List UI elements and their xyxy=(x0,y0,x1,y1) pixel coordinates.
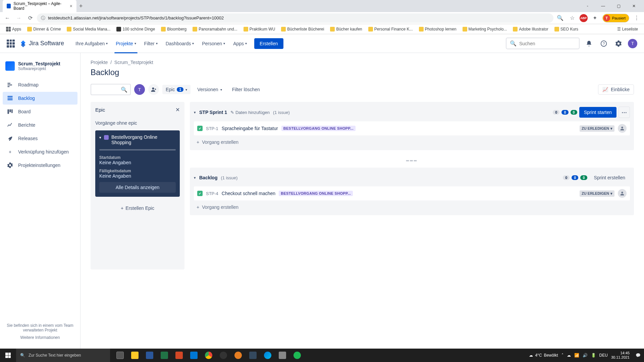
settings-icon[interactable] xyxy=(613,38,624,49)
address-bar[interactable]: ⓘ testdeutsch1.atlassian.net/jira/softwa… xyxy=(37,13,553,23)
volume-icon[interactable]: 🔊 xyxy=(583,353,588,358)
help-icon[interactable]: ? xyxy=(598,38,609,49)
chevron-down-icon[interactable]: ▾ xyxy=(194,176,196,180)
create-sprint-button[interactable]: Sprint erstellen xyxy=(589,172,630,183)
bookmark-item[interactable]: 100 schöne Dinge xyxy=(114,26,157,33)
nav-people[interactable]: Personen▾ xyxy=(199,39,228,48)
create-button[interactable]: Erstellen xyxy=(254,38,283,49)
taskbar-search[interactable]: 🔍 Zur Suche Text hier eingeben xyxy=(16,349,110,362)
chevron-down-icon[interactable]: ▾ xyxy=(194,110,196,115)
unassigned-avatar[interactable] xyxy=(618,189,627,198)
bookmark-item[interactable]: SEO Kurs xyxy=(552,26,580,33)
tray-chevron-icon[interactable]: ˄ xyxy=(561,353,564,358)
app-icon[interactable] xyxy=(246,349,260,362)
version-filter[interactable]: Versionen ▾ xyxy=(194,85,225,94)
nav-filters[interactable]: Filter▾ xyxy=(141,39,161,48)
forward-button[interactable]: → xyxy=(14,13,23,23)
project-header[interactable]: Scrum_Testprojekt Softwareprojekt xyxy=(3,58,77,74)
sidebar-item-reports[interactable]: Berichte xyxy=(3,119,77,131)
app-icon[interactable] xyxy=(216,349,231,362)
search-input[interactable] xyxy=(519,41,578,46)
sidebar-item-settings[interactable]: Projekteinstellungen xyxy=(3,159,77,172)
reload-button[interactable]: ⟳ xyxy=(25,13,35,23)
sidebar-item-board[interactable]: Board xyxy=(3,105,77,118)
site-info-icon[interactable]: ⓘ xyxy=(41,15,45,21)
new-tab-button[interactable]: + xyxy=(79,3,83,10)
clear-filters[interactable]: Filter löschen xyxy=(229,85,263,94)
add-people-button[interactable] xyxy=(148,84,159,95)
wifi-icon[interactable]: 📶 xyxy=(574,353,579,358)
epic-details-button[interactable]: Alle Details anzeigen xyxy=(99,182,176,193)
excel-icon[interactable] xyxy=(157,349,172,362)
spotify-icon[interactable] xyxy=(290,349,305,362)
issue-status[interactable]: ZU ERLEDIGEN▾ xyxy=(580,125,614,132)
bookmark-item[interactable]: Personal Finance K... xyxy=(366,26,415,33)
chrome-icon[interactable] xyxy=(201,349,216,362)
profile-avatar[interactable]: T xyxy=(628,39,637,48)
maximize-button[interactable]: ▢ xyxy=(611,1,626,11)
reading-list-button[interactable]: ☰ Leseliste xyxy=(615,26,640,33)
close-tab-icon[interactable]: × xyxy=(70,3,72,9)
outlook-icon[interactable] xyxy=(186,349,201,362)
breadcrumb-project[interactable]: Scrum_Testprojekt xyxy=(114,60,153,65)
add-dates-button[interactable]: ✎ Daten hinzufügen xyxy=(230,110,270,115)
action-center-icon[interactable]: 💬 xyxy=(636,353,641,358)
epic-filter[interactable]: Epic 1 ▾ xyxy=(162,85,191,94)
create-issue-button[interactable]: + Vorgang erstellen xyxy=(194,137,630,147)
issue-row[interactable]: ✔ STP-1 Spracheingabe für Tastatur BESTE… xyxy=(194,121,630,135)
issue-epic-label[interactable]: BESTELLVORGANG ONLINE SHOPP... xyxy=(279,191,353,196)
bookmark-item[interactable]: Dinner & Crime xyxy=(25,26,63,33)
bookmark-item[interactable]: Praktikum WU xyxy=(241,26,277,33)
issue-status[interactable]: ZU ERLEDIGEN▾ xyxy=(580,190,614,197)
issue-epic-label[interactable]: BESTELLVORGANG ONLINE SHOPP... xyxy=(281,126,356,131)
file-explorer-icon[interactable] xyxy=(127,349,142,362)
word-icon[interactable] xyxy=(142,349,157,362)
sidebar-footer-link[interactable]: Weitere Informationen xyxy=(6,335,74,340)
bookmark-item[interactable]: Marketing Psycholo... xyxy=(461,26,509,33)
onedrive-icon[interactable]: ☁ xyxy=(567,353,571,358)
start-sprint-button[interactable]: Sprint starten xyxy=(579,107,616,118)
clock[interactable]: 14:45 30.11.2021 xyxy=(611,351,632,360)
jira-logo[interactable]: Jira Software xyxy=(19,40,64,47)
epic-card[interactable]: ▾ Bestellvorgang Online Shopping Startda… xyxy=(95,130,180,197)
breadcrumb-root[interactable]: Projekte xyxy=(91,60,108,65)
close-window-button[interactable]: ✕ xyxy=(627,1,641,11)
task-view-button[interactable] xyxy=(113,349,127,362)
nav-your-work[interactable]: Ihre Aufgaben▾ xyxy=(72,39,111,48)
app-icon[interactable] xyxy=(275,349,290,362)
sidebar-item-roadmap[interactable]: Roadmap xyxy=(3,78,77,91)
app-switcher-icon[interactable] xyxy=(7,40,15,48)
issue-row[interactable]: ✔ STP-4 Checkout schnell machen BESTELLV… xyxy=(194,186,630,200)
issue-search[interactable]: 🔍 xyxy=(91,84,131,95)
issues-without-epic[interactable]: Vorgänge ohne epic xyxy=(95,118,180,130)
minimize-button[interactable]: — xyxy=(596,1,610,11)
bookmark-item[interactable]: Bücher kaufen xyxy=(328,26,364,33)
battery-icon[interactable]: 🔋 xyxy=(591,353,596,358)
close-epic-panel-icon[interactable]: ✕ xyxy=(175,107,180,113)
bookmark-star-icon[interactable]: ☆ xyxy=(568,13,577,23)
nav-projects[interactable]: Projekte▾ xyxy=(112,39,139,48)
nav-apps[interactable]: Apps▾ xyxy=(230,39,250,48)
powerpoint-icon[interactable] xyxy=(172,349,186,362)
back-button[interactable]: ← xyxy=(3,13,12,23)
notifications-icon[interactable] xyxy=(584,38,594,49)
start-button[interactable] xyxy=(0,349,16,362)
profile-button[interactable]: T Pausiert xyxy=(602,14,629,22)
create-issue-button[interactable]: + Vorgang erstellen xyxy=(194,202,630,213)
assignee-filter-me[interactable]: T xyxy=(134,84,145,95)
weather-widget[interactable]: ☁ 4°C Bewölkt xyxy=(529,353,558,358)
chevron-down-icon[interactable]: ▾ xyxy=(99,135,101,140)
sidebar-item-backlog[interactable]: Backlog xyxy=(3,92,77,105)
create-epic-button[interactable]: + Erstellen Epic xyxy=(95,201,180,215)
bookmark-item[interactable]: Panoramabahn und... xyxy=(191,26,239,33)
section-drag-handle[interactable]: ═══ xyxy=(190,157,634,164)
global-search[interactable]: 🔍 xyxy=(506,38,580,49)
apps-bookmark[interactable]: Apps xyxy=(4,26,23,33)
sidebar-item-releases[interactable]: Releases xyxy=(3,132,77,145)
browser-tab[interactable]: Scrum_Testprojekt – Agile-Board × xyxy=(3,0,76,13)
bookmark-item[interactable]: Adobe Illustrator xyxy=(511,26,550,33)
unassigned-avatar[interactable] xyxy=(618,124,627,133)
sprint-more-button[interactable]: ⋯ xyxy=(619,107,630,118)
bookmark-item[interactable]: Bloomberg xyxy=(159,26,189,33)
bookmark-item[interactable]: Bücherliste Bücherei xyxy=(279,26,326,33)
